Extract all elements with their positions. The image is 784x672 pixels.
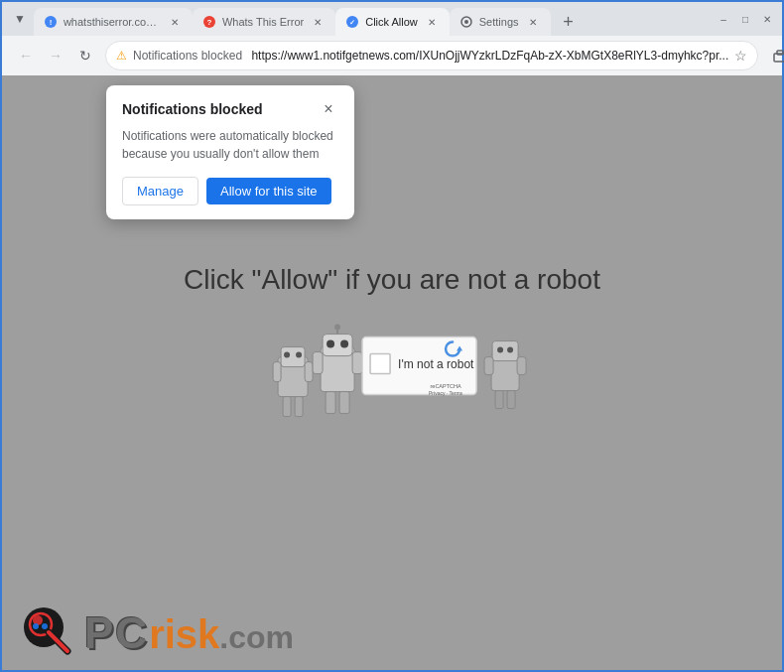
url-bar[interactable]: ⚠ Notifications blocked https://www1.not… bbox=[105, 41, 758, 70]
svg-point-51 bbox=[33, 623, 39, 629]
svg-point-41 bbox=[497, 346, 503, 352]
svg-point-28 bbox=[334, 324, 340, 330]
svg-rect-21 bbox=[283, 396, 291, 416]
svg-rect-43 bbox=[484, 356, 493, 374]
tab-whatsthiserror[interactable]: ! whatsthiserror.com/b... ✕ bbox=[34, 8, 193, 36]
tab4-close[interactable]: ✕ bbox=[525, 14, 541, 30]
svg-text:!: ! bbox=[50, 18, 53, 27]
tab2-favicon: ? bbox=[202, 15, 216, 29]
svg-point-26 bbox=[340, 339, 348, 347]
svg-rect-9 bbox=[777, 51, 783, 55]
svg-rect-34 bbox=[370, 353, 390, 373]
url-security-label: Notifications blocked https://www1.notif… bbox=[133, 49, 728, 63]
svg-rect-29 bbox=[313, 351, 323, 373]
svg-rect-20 bbox=[305, 361, 313, 381]
tab-settings[interactable]: Settings ✕ bbox=[450, 8, 551, 36]
pcrisk-logo: PC risk .com bbox=[22, 605, 294, 660]
svg-rect-46 bbox=[507, 390, 515, 408]
svg-point-50 bbox=[42, 623, 48, 629]
pcrisk-text: PC risk .com bbox=[84, 608, 294, 658]
browser-window: ▼ ! whatsthiserror.com/b... ✕ bbox=[0, 0, 784, 672]
svg-text:✓: ✓ bbox=[349, 19, 355, 26]
notification-popup: Notifications blocked × Notifications we… bbox=[106, 85, 354, 219]
tab-click-allow[interactable]: ✓ Click Allow ✕ bbox=[335, 8, 450, 36]
svg-text:Privacy · Terms: Privacy · Terms bbox=[429, 389, 463, 395]
address-bar: ← → ↻ ⚠ Notifications blocked https://ww… bbox=[2, 36, 782, 75]
notification-title: Notifications blocked bbox=[122, 101, 263, 117]
tab-strip-left: ▼ bbox=[10, 12, 30, 26]
maximize-button[interactable]: □ bbox=[738, 12, 752, 26]
captcha-container: Click "Allow" if you are not a robot bbox=[184, 263, 600, 446]
svg-rect-45 bbox=[495, 390, 503, 408]
svg-rect-40 bbox=[492, 340, 518, 360]
tab3-label: Click Allow bbox=[365, 16, 418, 28]
reload-button[interactable]: ↻ bbox=[73, 44, 97, 67]
page-content: Notifications blocked × Notifications we… bbox=[2, 75, 782, 670]
svg-rect-16 bbox=[281, 346, 305, 366]
svg-rect-30 bbox=[352, 351, 362, 373]
notification-buttons: Manage Allow for this site bbox=[122, 177, 338, 205]
bookmark-icon[interactable]: ☆ bbox=[734, 48, 747, 64]
svg-point-17 bbox=[284, 351, 290, 357]
security-icon: ⚠ bbox=[116, 49, 127, 63]
svg-text:I'm not a robot: I'm not a robot bbox=[398, 356, 474, 370]
svg-rect-32 bbox=[339, 391, 349, 413]
svg-rect-44 bbox=[517, 356, 526, 374]
tab1-close[interactable]: ✕ bbox=[167, 14, 183, 30]
svg-rect-19 bbox=[273, 361, 281, 381]
title-bar: ▼ ! whatsthiserror.com/b... ✕ bbox=[2, 2, 782, 36]
manage-button[interactable]: Manage bbox=[122, 177, 198, 205]
notification-header: Notifications blocked × bbox=[122, 99, 338, 119]
notification-close-button[interactable]: × bbox=[319, 99, 338, 119]
url-text-value: https://www1.notifgetnews.com/IXUnOjjWYz… bbox=[251, 49, 728, 63]
pcrisk-dotcom-text: .com bbox=[219, 619, 294, 656]
tab3-favicon: ✓ bbox=[345, 15, 359, 29]
minimize-button[interactable]: – bbox=[717, 12, 730, 26]
notification-message: Notifications were automatically blocked… bbox=[122, 127, 338, 163]
extension-icon[interactable] bbox=[766, 42, 784, 69]
svg-point-7 bbox=[464, 20, 468, 24]
pcrisk-pc-text: PC bbox=[84, 608, 149, 658]
tab-whats-this-error[interactable]: ? Whats This Error ✕ bbox=[193, 8, 335, 36]
nav-buttons: ← → ↻ bbox=[14, 44, 97, 67]
tab-bar: ! whatsthiserror.com/b... ✕ ? Whats This… bbox=[34, 2, 705, 36]
down-arrow-icon[interactable]: ▼ bbox=[14, 12, 26, 26]
security-label-text: Notifications blocked bbox=[133, 49, 242, 63]
robots-svg: I'm not a robot reCAPTCHA Privacy · Term… bbox=[253, 317, 531, 446]
svg-rect-22 bbox=[295, 396, 303, 416]
tab2-label: Whats This Error bbox=[222, 16, 304, 28]
pcrisk-icon bbox=[22, 605, 76, 660]
svg-point-25 bbox=[327, 339, 334, 347]
close-button[interactable]: ✕ bbox=[760, 12, 774, 26]
pcrisk-risk-text: risk bbox=[149, 612, 219, 657]
back-button[interactable]: ← bbox=[14, 44, 38, 67]
svg-rect-31 bbox=[326, 391, 335, 413]
tab1-favicon: ! bbox=[44, 15, 58, 29]
robots-illustration: I'm not a robot reCAPTCHA Privacy · Term… bbox=[253, 317, 531, 446]
tab1-label: whatsthiserror.com/b... bbox=[64, 16, 161, 28]
click-allow-heading: Click "Allow" if you are not a robot bbox=[184, 263, 600, 295]
tab4-label: Settings bbox=[479, 16, 519, 28]
svg-point-42 bbox=[507, 346, 513, 352]
tab2-close[interactable]: ✕ bbox=[310, 14, 326, 30]
new-tab-button[interactable]: + bbox=[555, 8, 583, 36]
tab4-favicon bbox=[459, 15, 473, 29]
forward-button[interactable]: → bbox=[44, 44, 67, 67]
svg-text:reCAPTCHA: reCAPTCHA bbox=[430, 382, 461, 388]
tab3-close[interactable]: ✕ bbox=[424, 14, 440, 30]
svg-text:?: ? bbox=[206, 18, 211, 27]
toolbar-icons bbox=[766, 42, 784, 69]
allow-for-site-button[interactable]: Allow for this site bbox=[206, 178, 331, 204]
svg-point-18 bbox=[296, 351, 302, 357]
window-controls: – □ ✕ bbox=[717, 12, 774, 26]
